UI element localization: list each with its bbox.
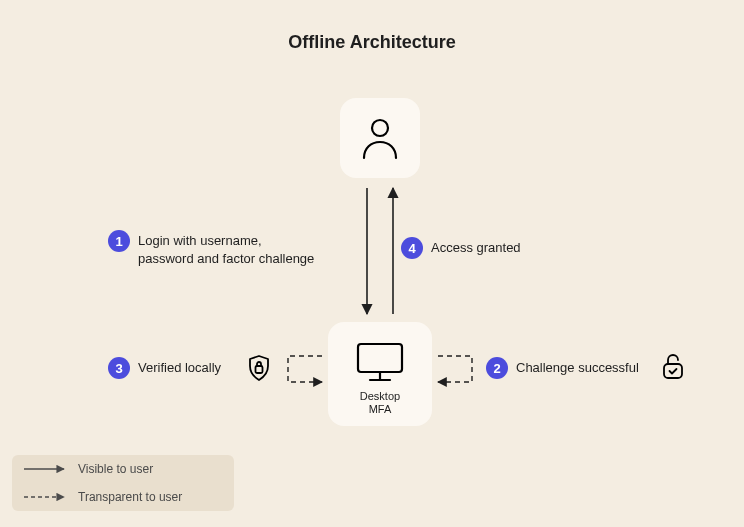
legend: Visible to user Transparent to user: [12, 455, 234, 511]
svg-point-0: [372, 120, 388, 136]
step-1-badge: 1: [108, 230, 130, 252]
legend-solid-line-icon: [12, 459, 72, 479]
step-4-label: Access granted: [431, 239, 521, 257]
legend-dashed-line-icon: [12, 487, 72, 507]
svg-rect-1: [358, 344, 402, 372]
step-2-label: Challenge successful: [516, 359, 639, 377]
edge-verified-locally: [288, 356, 322, 382]
diagram-title: Offline Architecture: [0, 32, 744, 53]
legend-transparent-label: Transparent to user: [72, 490, 182, 504]
step-1-label: Login with username, password and factor…: [138, 232, 348, 268]
edges-layer: [0, 0, 744, 527]
step-2-badge: 2: [486, 357, 508, 379]
legend-transparent-row: Transparent to user: [12, 483, 234, 511]
svg-rect-4: [256, 366, 263, 373]
node-desktop-mfa: Desktop MFA: [328, 322, 432, 426]
step-3-badge: 3: [108, 357, 130, 379]
node-user: [340, 98, 420, 178]
edge-challenge-successful: [438, 356, 472, 382]
step-3-label: Verified locally: [138, 359, 221, 377]
shield-lock-icon: [246, 354, 272, 386]
monitor-icon: [328, 340, 432, 384]
svg-rect-5: [664, 364, 682, 378]
lock-check-icon: [660, 352, 686, 386]
step-4-badge: 4: [401, 237, 423, 259]
node-desktop-label: Desktop MFA: [328, 390, 432, 416]
legend-visible-label: Visible to user: [72, 462, 153, 476]
user-icon: [340, 114, 420, 162]
legend-visible-row: Visible to user: [12, 455, 234, 483]
